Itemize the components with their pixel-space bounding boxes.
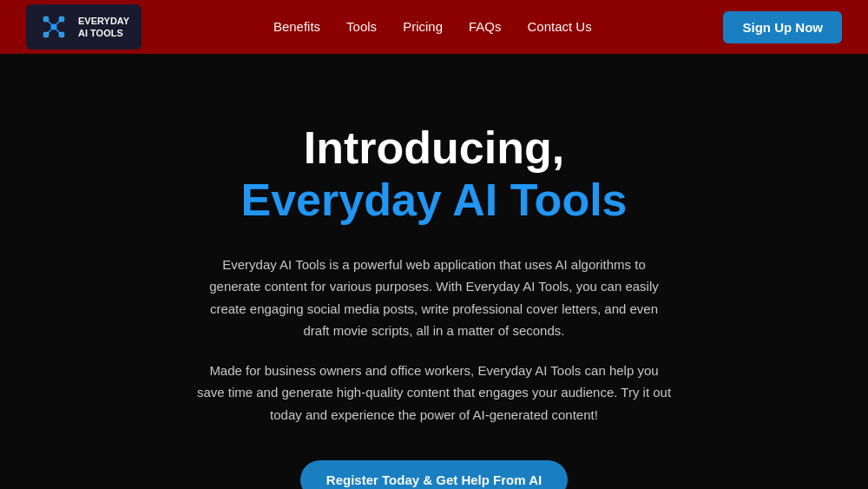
hero-cta-button[interactable]: Register Today & Get Help From AI — [300, 460, 568, 489]
signup-button[interactable]: Sign Up Now — [723, 11, 842, 43]
logo[interactable]: EVERYDAY AI TOOLS — [26, 4, 141, 50]
logo-icon — [38, 11, 69, 43]
hero-section: Introducing, Everyday AI Tools Everyday … — [0, 54, 868, 489]
navbar: EVERYDAY AI TOOLS Benefits Tools Pricing… — [0, 0, 868, 54]
hero-desc2: Made for business owners and office work… — [195, 360, 673, 426]
logo-text: EVERYDAY AI TOOLS — [78, 15, 129, 40]
nav-benefits[interactable]: Benefits — [273, 19, 320, 34]
nav-tools[interactable]: Tools — [346, 19, 377, 34]
nav-contact[interactable]: Contact Us — [528, 19, 592, 34]
hero-title-line1: Introducing, — [174, 123, 694, 173]
hero-desc1: Everyday AI Tools is a powerful web appl… — [195, 254, 673, 342]
hero-title-line2: Everyday AI Tools — [174, 173, 694, 227]
nav-faqs[interactable]: FAQs — [469, 19, 502, 34]
nav-links: Benefits Tools Pricing FAQs Contact Us — [273, 19, 592, 35]
nav-pricing[interactable]: Pricing — [403, 19, 443, 34]
